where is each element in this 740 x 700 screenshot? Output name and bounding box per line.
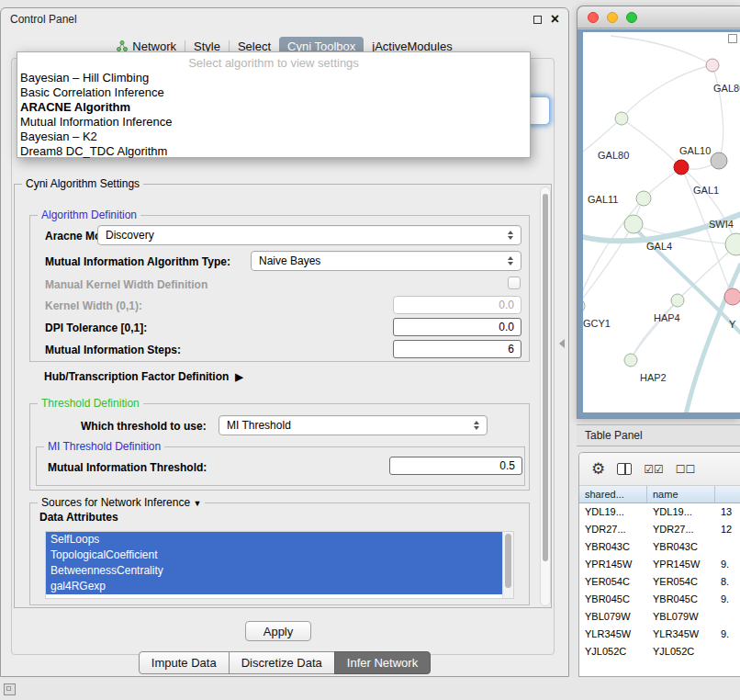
mi-threshold-definition-title: MI Threshold Definition — [44, 440, 164, 453]
manual-kernel-checkbox[interactable] — [508, 277, 521, 289]
network-node[interactable] — [624, 215, 643, 233]
column-header-name[interactable]: name — [647, 486, 715, 502]
network-view-window: GAL80 GAL10 GAL11 GAL1 SWI4 GAL4 GCY1 HA… — [577, 6, 740, 419]
network-graph: GAL80 GAL10 GAL11 GAL1 SWI4 GAL4 GCY1 HA… — [583, 32, 740, 412]
manual-kernel-label: Manual Kernel Width Definition — [45, 278, 207, 291]
select-all-columns-icon[interactable]: ☑☑ — [644, 464, 664, 475]
dropdown-item-bayesian-k2[interactable]: Bayesian – K2 — [17, 130, 530, 144]
tab-discretize-data[interactable]: Discretize Data — [229, 651, 335, 674]
gear-icon[interactable]: ⚙ — [591, 461, 605, 477]
network-node[interactable] — [583, 299, 585, 313]
network-node-label: GAL80 — [598, 150, 629, 161]
mi-threshold-definition-group: MI Threshold Definition Mutual Informati… — [36, 446, 525, 486]
network-node[interactable] — [636, 191, 651, 206]
sources-group: Sources for Network Inference ▼ Data Att… — [29, 502, 530, 605]
network-node-selected[interactable] — [674, 160, 689, 175]
dropdown-item-bayesian-hill-climbing[interactable]: Bayesian – Hill Climbing — [17, 71, 530, 85]
network-node[interactable] — [711, 152, 727, 169]
tab-impute-data[interactable]: Impute Data — [139, 651, 230, 674]
float-window-icon[interactable] — [533, 16, 542, 24]
table-row[interactable]: YBR045C YBR045C 9. — [579, 591, 740, 608]
hub-definition-label: Hub/Transcription Factor Definition — [44, 370, 229, 383]
network-window-titlebar — [577, 6, 740, 28]
dropdown-item-aracne[interactable]: ARACNE Algorithm — [17, 100, 530, 115]
table-row[interactable]: YJL052C YJL052C — [579, 643, 740, 660]
kernel-width-field[interactable]: 0.0 — [393, 296, 521, 314]
which-threshold-select[interactable]: MI Threshold — [219, 415, 488, 435]
table-cell: YER054C — [647, 573, 715, 591]
tab-infer-network[interactable]: Infer Network — [334, 651, 431, 674]
window-buttons: × — [533, 14, 559, 25]
aracne-mode-value: Discovery — [98, 229, 504, 242]
table-cell: YPR145W — [579, 556, 647, 573]
network-node-label: GAL10 — [679, 145, 711, 156]
table-cell: YBL079W — [579, 608, 647, 626]
close-icon[interactable]: × — [551, 14, 559, 25]
which-threshold-label: Which threshold to use: — [81, 420, 207, 433]
column-header-shared[interactable]: shared... — [579, 486, 647, 502]
settings-scrollbar[interactable] — [540, 186, 551, 606]
network-node[interactable] — [725, 233, 740, 255]
algorithm-definition-group: Algorithm Definition Aracne Mode: Discov… — [29, 215, 530, 362]
table-toolbar: ⚙ ☑☑ ☐☐ — [579, 453, 740, 486]
table-row[interactable]: YBR043C YBR043C — [579, 538, 740, 556]
table-row[interactable]: YER054C YER054C 8. — [579, 573, 740, 591]
chevron-down-icon: ▼ — [193, 499, 201, 508]
table-row[interactable]: YLR345W YLR345W 9. — [579, 626, 740, 643]
network-icon — [117, 40, 128, 51]
mi-algorithm-type-select[interactable]: Naive Bayes — [251, 251, 521, 271]
mi-threshold-label: Mutual Information Threshold: — [48, 461, 207, 474]
dropdown-item-mutual-information[interactable]: Mutual Information Inference — [17, 115, 530, 130]
list-item[interactable]: BetweennessCentrality — [46, 563, 502, 579]
table-row[interactable]: YDR27... YDR27... 12 — [579, 521, 740, 538]
birdseye-toggle-icon[interactable] — [728, 34, 737, 43]
zoom-traffic-light-icon[interactable] — [626, 12, 637, 23]
network-node[interactable] — [724, 288, 740, 305]
table-cell: YDR27... — [579, 521, 647, 538]
mi-steps-field[interactable]: 6 — [393, 340, 521, 358]
aracne-mode-select[interactable]: Discovery — [97, 225, 521, 245]
table-row[interactable]: YBL079W YBL079W — [579, 608, 740, 626]
table-row[interactable]: YDL19... YDL19... 13 — [579, 503, 740, 521]
table-cell: YBR043C — [579, 538, 647, 556]
dpi-tolerance-field[interactable]: 0.0 — [393, 318, 521, 336]
list-item[interactable]: gal4RGexp — [46, 579, 502, 594]
sources-title-label: Sources for Network Inference — [41, 496, 190, 509]
mi-type-label: Mutual Information Algorithm Type: — [45, 255, 230, 268]
column-header-extra[interactable] — [715, 486, 740, 502]
network-node[interactable] — [624, 354, 637, 367]
cyni-algorithm-settings-group: Cyni Algorithm Settings Algorithm Defini… — [14, 184, 552, 608]
columns-icon[interactable] — [617, 463, 632, 475]
mi-threshold-field[interactable]: 0.5 — [389, 457, 522, 475]
stepper-icon — [470, 421, 483, 430]
minimize-traffic-light-icon[interactable] — [607, 12, 618, 23]
list-item[interactable]: SelfLoops — [46, 532, 502, 548]
dropdown-item-dream8[interactable]: Dream8 DC_TDC Algorithm — [17, 144, 530, 159]
table-cell: YDL19... — [579, 503, 647, 521]
dropdown-item-basic-correlation[interactable]: Basic Correlation Inference — [17, 85, 530, 100]
chevron-right-icon: ▶ — [235, 371, 242, 383]
close-traffic-light-icon[interactable] — [588, 12, 599, 23]
data-attributes-list[interactable]: SelfLoops TopologicalCoefficient Between… — [45, 531, 514, 599]
settings-group-title: Cyni Algorithm Settings — [22, 177, 143, 190]
network-node[interactable] — [671, 294, 684, 307]
threshold-definition-group: Threshold Definition Which threshold to … — [29, 403, 530, 491]
network-node[interactable] — [706, 59, 719, 72]
network-node-label: Y — [729, 319, 736, 330]
list-scrollbar[interactable] — [502, 532, 513, 598]
network-canvas[interactable]: GAL80 GAL10 GAL11 GAL1 SWI4 GAL4 GCY1 HA… — [583, 32, 740, 412]
control-panel-title: Control Panel — [10, 13, 77, 26]
table-row[interactable]: YPR145W YPR145W 9. — [579, 556, 740, 573]
hub-definition-toggle[interactable]: Hub/Transcription Factor Definition ▶ — [44, 369, 243, 384]
sources-group-title[interactable]: Sources for Network Inference ▼ — [38, 496, 205, 509]
list-item[interactable]: TopologicalCoefficient — [46, 548, 502, 563]
kernel-width-label: Kernel Width (0,1): — [45, 299, 142, 312]
restore-panel-icon[interactable] — [4, 683, 16, 695]
network-node[interactable] — [615, 112, 628, 125]
apply-button[interactable]: Apply — [245, 621, 311, 641]
panel-collapse-arrow-icon[interactable] — [559, 339, 565, 348]
table-cell: YLR345W — [579, 626, 647, 643]
table-cell: YDR27... — [647, 521, 715, 538]
table-panel-window: ⚙ ☑☑ ☐☐ shared... name YDL19... YDL19...… — [578, 452, 740, 677]
deselect-all-columns-icon[interactable]: ☐☐ — [676, 464, 696, 475]
